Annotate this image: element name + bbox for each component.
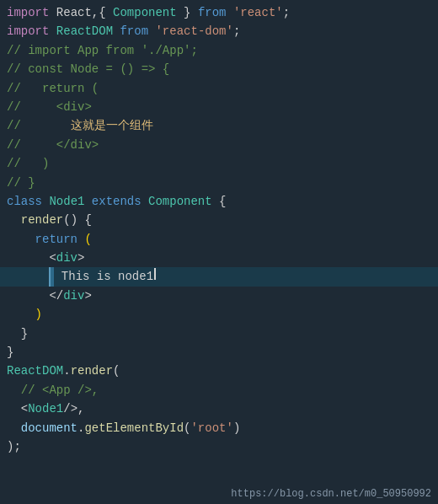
- code-line-13: return (: [0, 230, 438, 249]
- code-line-5: // return (: [0, 79, 438, 98]
- code-line-16: </ div >: [0, 287, 438, 305]
- code-line-21: // <App />,: [0, 381, 438, 399]
- code-line-7: // 这就是一个组件: [0, 116, 438, 135]
- token-import: import: [7, 3, 49, 22]
- code-line-9: // ): [0, 154, 438, 173]
- code-line-20: ReactDOM . render (: [0, 362, 438, 380]
- text-cursor: [154, 268, 156, 280]
- code-line-1: import React,{ Component } from 'react' …: [0, 3, 438, 22]
- code-line-14: < div >: [0, 249, 438, 267]
- code-line-10: // }: [0, 174, 438, 192]
- code-line-4: // const Node = () => {: [0, 60, 438, 78]
- code-line-17: ): [0, 305, 438, 324]
- code-line-23: document . getElementById ( 'root' ): [0, 419, 438, 437]
- code-line-2: import ReactDOM from 'react-dom' ;: [0, 22, 438, 40]
- code-line-11: class Node1 extends Component {: [0, 192, 438, 211]
- code-line-12: render () {: [0, 211, 438, 229]
- code-line-15: This is node1: [0, 267, 438, 286]
- code-line-8: // </div>: [0, 136, 438, 154]
- code-line-6: // <div>: [0, 98, 438, 116]
- code-line-18: }: [0, 324, 438, 343]
- code-line-22: < Node1 />,: [0, 399, 438, 418]
- code-line-3: // import App from './App';: [0, 41, 438, 60]
- url-bar: https://blog.csdn.net/m0_50950992: [224, 485, 438, 504]
- code-line-19: }: [0, 343, 438, 362]
- code-editor: import React,{ Component } from 'react' …: [0, 0, 438, 504]
- code-line-24: );: [0, 437, 438, 456]
